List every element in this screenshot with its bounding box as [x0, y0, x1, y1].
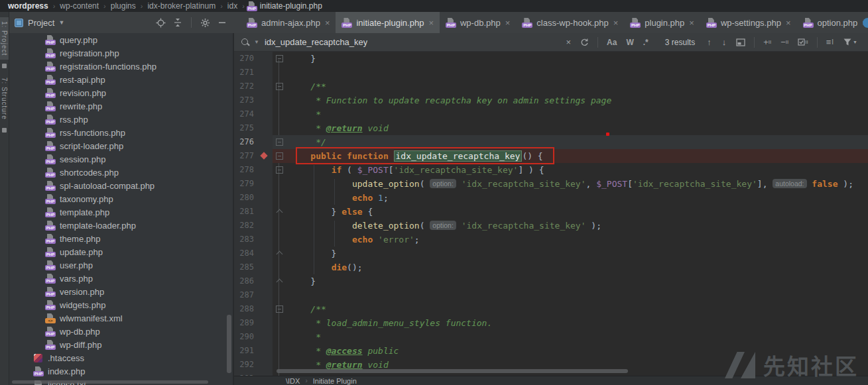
- tree-item-wp-diff.php[interactable]: PHPwp-diff.php: [9, 338, 233, 351]
- search-history-chevron-icon[interactable]: ▼: [254, 39, 259, 45]
- code-line-271[interactable]: 271: [234, 66, 868, 80]
- tree-item-revision.php[interactable]: PHPrevision.php: [9, 86, 233, 99]
- tab-initiate-plugin.php[interactable]: PHPinitiate-plugin.php×: [336, 12, 440, 33]
- breadcrumb-item[interactable]: initiate-plugin.php: [260, 1, 322, 11]
- tree-item-registration.php[interactable]: PHPregistration.php: [9, 46, 233, 60]
- tree-item-script-loader.php[interactable]: PHPscript-loader.php: [9, 139, 233, 152]
- tree-item-update.php[interactable]: PHPupdate.php: [9, 245, 233, 258]
- search-icon[interactable]: [241, 38, 250, 47]
- code-lines[interactable]: 270 }271272 /**273 * Function to update …: [234, 52, 868, 376]
- tree-vertical-scrollbar[interactable]: [227, 315, 231, 373]
- code-line-280[interactable]: 280 echo 1;: [234, 191, 868, 205]
- filter-lines-icon[interactable]: ≡I: [826, 37, 834, 47]
- code-line-275[interactable]: 275 * @return void: [234, 121, 868, 135]
- code-line-279[interactable]: 279 update_option( option: 'idx_recaptch…: [234, 177, 868, 191]
- locate-file-icon[interactable]: [154, 16, 167, 29]
- breadcrumb-item[interactable]: wordpress: [8, 1, 48, 11]
- regex-toggle[interactable]: .*: [643, 38, 649, 47]
- tree-item-spl-autoload-compat.php[interactable]: PHPspl-autoload-compat.php: [9, 179, 233, 192]
- filter-funnel-icon[interactable]: ▼: [843, 38, 857, 46]
- breadcrumb-item[interactable]: idx: [227, 1, 237, 11]
- close-icon[interactable]: ×: [613, 19, 619, 27]
- tree-item-rest-api.php[interactable]: PHPrest-api.php: [9, 73, 233, 86]
- tab-wp-db.php[interactable]: PHPwp-db.php×: [440, 12, 516, 33]
- tree-item-user.php[interactable]: PHPuser.php: [9, 258, 233, 272]
- breadcrumb-item[interactable]: plugins: [111, 1, 136, 11]
- tree-item-vars.php[interactable]: PHPvars.php: [9, 272, 233, 285]
- code-line-273[interactable]: 273 * Function to update recaptcha key o…: [234, 93, 868, 107]
- status-breadcrumb-item[interactable]: Initiate Plugin: [313, 377, 357, 385]
- tab-admin-ajax.php[interactable]: PHPadmin-ajax.php×: [241, 12, 336, 33]
- code-editor[interactable]: 270 }271272 /**273 * Function to update …: [234, 52, 868, 376]
- code-line-290[interactable]: 290 *: [234, 330, 868, 344]
- tool-window-button-project[interactable]: 1: Project: [0, 17, 9, 60]
- tab-option.php[interactable]: PHPoption.php×: [797, 12, 868, 33]
- fold-marker-icon[interactable]: [273, 247, 286, 260]
- close-icon[interactable]: ×: [428, 19, 434, 27]
- code-line-272[interactable]: 272 /**: [234, 80, 868, 93]
- remove-occurrence-icon[interactable]: −II: [780, 37, 788, 47]
- fold-marker-icon[interactable]: [273, 302, 286, 316]
- tree-item-registration-functions.php[interactable]: PHPregistration-functions.php: [9, 60, 233, 73]
- tab-overflow-icon[interactable]: [863, 18, 868, 28]
- match-case-toggle[interactable]: Aa: [607, 38, 617, 47]
- search-again-icon[interactable]: [580, 38, 589, 46]
- code-line-286[interactable]: 286 }: [234, 274, 868, 288]
- breakpoint-diamond-icon[interactable]: [260, 152, 267, 159]
- next-occurrence-icon[interactable]: ↓: [722, 37, 727, 47]
- open-in-find-window-icon[interactable]: [736, 38, 745, 46]
- chevron-down-icon[interactable]: ▼: [58, 19, 64, 26]
- hide-panel-icon[interactable]: [216, 16, 229, 29]
- code-line-283[interactable]: 283 echo 'error';: [234, 233, 868, 247]
- close-icon[interactable]: ×: [689, 19, 694, 27]
- code-line-282[interactable]: 282 delete_option( option: 'idx_recaptch…: [234, 219, 868, 233]
- editor-horizontal-scrollbar[interactable]: [277, 369, 628, 373]
- clear-search-icon[interactable]: ×: [566, 37, 572, 47]
- fold-marker-icon[interactable]: [273, 52, 286, 66]
- fold-marker-icon[interactable]: [273, 205, 286, 219]
- tree-item-rss-functions.php[interactable]: PHPrss-functions.php: [9, 126, 233, 139]
- fold-marker-icon[interactable]: [273, 149, 286, 163]
- code-line-288[interactable]: 288 /**: [234, 302, 868, 316]
- tree-item-session.php[interactable]: PHPsession.php: [9, 152, 233, 166]
- code-line-270[interactable]: 270 }: [234, 52, 868, 66]
- tree-item-query.php[interactable]: PHPquery.php: [9, 33, 233, 46]
- fold-marker-icon[interactable]: [273, 80, 286, 93]
- status-breadcrumb-item[interactable]: \IDX: [286, 377, 300, 385]
- tree-item-widgets.php[interactable]: PHPwidgets.php: [9, 298, 233, 311]
- breadcrumb-item[interactable]: wp-content: [60, 1, 99, 11]
- code-line-278[interactable]: 278 if ( $_POST['idx_recaptcha_site_key'…: [234, 163, 868, 177]
- tree-item-template-loader.php[interactable]: PHPtemplate-loader.php: [9, 219, 233, 232]
- code-line-281[interactable]: 281 } else {: [234, 205, 868, 219]
- search-input[interactable]: idx_update_recaptcha_key: [265, 37, 367, 47]
- add-occurrence-icon[interactable]: +II: [763, 37, 771, 47]
- code-line-289[interactable]: 289 * load_admin_menu_styles function.: [234, 316, 868, 330]
- collapse-all-icon[interactable]: [171, 16, 184, 29]
- previous-occurrence-icon[interactable]: ↑: [707, 37, 712, 47]
- tree-item-.htaccess[interactable]: .htaccess: [9, 351, 233, 364]
- select-all-occurrences-icon[interactable]: II: [798, 38, 808, 46]
- tree-item-taxonomy.php[interactable]: PHPtaxonomy.php: [9, 192, 233, 205]
- tree-item-wp-db.php[interactable]: PHPwp-db.php: [9, 325, 233, 338]
- tool-window-button-structure[interactable]: 7: Structure: [0, 74, 9, 124]
- tree-item-shortcodes.php[interactable]: PHPshortcodes.php: [9, 166, 233, 179]
- tree-item-theme.php[interactable]: PHPtheme.php: [9, 232, 233, 245]
- tab-class-wp-hook.php[interactable]: PHPclass-wp-hook.php×: [516, 12, 624, 33]
- settings-gear-icon[interactable]: [198, 16, 212, 29]
- close-icon[interactable]: ×: [325, 19, 330, 27]
- tree-item-version.php[interactable]: PHPversion.php: [9, 285, 233, 298]
- breadcrumb-item[interactable]: idx-broker-platinum: [147, 1, 216, 11]
- code-line-274[interactable]: 274 *: [234, 107, 868, 121]
- code-line-284[interactable]: 284 }: [234, 247, 868, 260]
- tree-horizontal-scrollbar[interactable]: [12, 380, 208, 384]
- fold-marker-icon[interactable]: [273, 163, 286, 177]
- tab-plugin.php[interactable]: PHPplugin.php×: [624, 12, 700, 33]
- close-icon[interactable]: ×: [786, 19, 791, 27]
- tree-item-template.php[interactable]: PHPtemplate.php: [9, 205, 233, 219]
- fold-marker-icon[interactable]: [273, 274, 286, 288]
- close-icon[interactable]: ×: [505, 19, 511, 27]
- code-line-285[interactable]: 285 die();: [234, 260, 868, 274]
- code-line-287[interactable]: 287: [234, 288, 868, 302]
- tree-item-rss.php[interactable]: PHPrss.php: [9, 113, 233, 126]
- tree-item-rewrite.php[interactable]: PHPrewrite.php: [9, 99, 233, 113]
